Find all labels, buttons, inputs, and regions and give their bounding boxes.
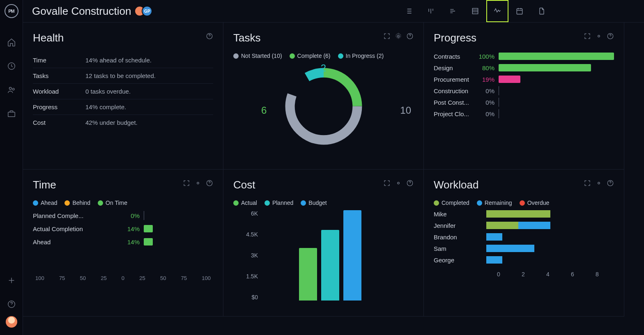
- legend-item: Remaining: [477, 200, 512, 206]
- workload-row: Brandon: [434, 233, 614, 241]
- time-row: Ahead14%: [33, 238, 213, 246]
- view-gantt-icon[interactable]: [442, 0, 464, 22]
- donut-label-inprogress: 2: [321, 62, 326, 74]
- view-dashboard-icon[interactable]: [486, 0, 508, 22]
- legend-item: On Time: [98, 200, 127, 206]
- clock-icon[interactable]: [7, 62, 16, 71]
- donut-label-notstarted: 10: [400, 105, 411, 116]
- legend-item: Actual: [233, 200, 257, 206]
- cost-chart: 6K4.5K3K1.5K$0: [233, 210, 414, 309]
- health-value: 14% complete.: [85, 103, 126, 110]
- view-tabs: [398, 0, 553, 22]
- health-value: 14% ahead of schedule.: [85, 57, 152, 64]
- health-row: Time14% ahead of schedule.: [33, 53, 213, 68]
- view-sheet-icon[interactable]: [464, 0, 486, 22]
- tasks-card: Tasks Not Started (10)Complete (6)In Pro…: [223, 23, 424, 170]
- avatar-stack[interactable]: GP: [138, 6, 152, 16]
- svg-point-15: [197, 182, 199, 184]
- health-title: Health: [33, 32, 213, 44]
- legend-item: Overdue: [520, 200, 550, 206]
- progress-row: Contracts100%: [434, 53, 614, 60]
- workload-row: Mike: [434, 210, 614, 218]
- svg-rect-5: [472, 8, 478, 14]
- help-icon[interactable]: [607, 179, 614, 187]
- help-icon[interactable]: [206, 179, 213, 187]
- view-calendar-icon[interactable]: [508, 0, 531, 22]
- sidebar: PM: [0, 0, 23, 335]
- svg-point-8: [398, 35, 400, 37]
- legend-item: Not Started (10): [233, 53, 282, 59]
- health-row: Cost42% under budget.: [33, 115, 213, 130]
- cost-bar: [343, 210, 361, 301]
- briefcase-icon[interactable]: [7, 109, 16, 118]
- workload-row: George: [434, 256, 614, 264]
- cost-bar: [321, 230, 339, 301]
- progress-row: Procurement19%: [434, 76, 614, 83]
- home-icon[interactable]: [7, 38, 16, 47]
- user-avatar[interactable]: [6, 316, 17, 328]
- gear-icon[interactable]: [395, 179, 402, 187]
- tasks-donut: 2 10 6: [233, 63, 414, 149]
- team-icon[interactable]: [7, 85, 16, 94]
- health-value: 12 tasks to be completed.: [85, 72, 156, 79]
- gear-icon[interactable]: [595, 32, 603, 40]
- expand-icon[interactable]: [584, 179, 591, 187]
- help-icon[interactable]: [406, 32, 414, 40]
- time-row: Planned Comple...0%: [33, 212, 213, 219]
- health-label: Workload: [33, 88, 85, 95]
- help-icon[interactable]: [7, 300, 16, 309]
- legend-item: Completed: [434, 200, 469, 206]
- view-file-icon[interactable]: [531, 0, 553, 22]
- cost-bar: [299, 248, 317, 301]
- progress-row: Post Const...0%: [434, 99, 614, 106]
- project-title: Govalle Construction: [32, 5, 131, 18]
- cost-card: Cost ActualPlannedBudget 6K4.5K3K1.5K$0: [223, 170, 424, 317]
- svg-rect-3: [8, 112, 15, 117]
- expand-icon[interactable]: [383, 179, 391, 187]
- health-row: Workload0 tasks overdue.: [33, 84, 213, 99]
- svg-point-13: [598, 35, 600, 37]
- workload-row: Jennifer: [434, 222, 614, 229]
- svg-point-19: [598, 182, 600, 184]
- health-label: Progress: [33, 103, 85, 110]
- expand-icon[interactable]: [584, 32, 591, 40]
- progress-row: Construction0%: [434, 87, 614, 94]
- gear-icon[interactable]: [194, 179, 202, 187]
- svg-rect-6: [517, 9, 522, 14]
- plus-icon[interactable]: [7, 276, 16, 285]
- legend-item: Planned: [264, 200, 293, 206]
- legend-item: Ahead: [33, 200, 57, 206]
- health-value: 0 tasks overdue.: [85, 88, 131, 95]
- time-card: Time AheadBehindOn Time Planned Comple..…: [23, 170, 223, 317]
- workload-card: Workload CompletedRemainingOverdue MikeJ…: [424, 170, 624, 317]
- legend-item: Behind: [64, 200, 90, 206]
- progress-row: Project Clo...0%: [434, 110, 614, 117]
- legend-item: Complete (6): [290, 53, 331, 59]
- svg-point-1: [9, 87, 12, 90]
- gear-icon[interactable]: [595, 179, 603, 187]
- progress-row: Design80%: [434, 64, 614, 71]
- time-row: Actual Completion14%: [33, 225, 213, 232]
- gear-icon[interactable]: [395, 32, 402, 40]
- health-card: Health Time14% ahead of schedule.Tasks12…: [23, 23, 223, 170]
- legend-item: In Progress (2): [338, 53, 384, 59]
- health-row: Tasks12 tasks to be completed.: [33, 68, 213, 84]
- workload-row: Sam: [434, 245, 614, 252]
- help-icon[interactable]: [406, 179, 414, 187]
- legend-item: Budget: [301, 200, 327, 206]
- view-board-icon[interactable]: [420, 0, 442, 22]
- health-label: Cost: [33, 119, 85, 126]
- donut-label-complete: 6: [261, 105, 267, 116]
- svg-point-2: [12, 88, 14, 90]
- expand-icon[interactable]: [183, 179, 190, 187]
- view-list-icon[interactable]: [398, 0, 420, 22]
- help-icon[interactable]: [607, 32, 614, 40]
- health-label: Tasks: [33, 72, 85, 79]
- help-icon[interactable]: [206, 32, 213, 40]
- svg-point-17: [398, 182, 400, 184]
- pm-logo[interactable]: PM: [5, 4, 18, 18]
- health-value: 42% under budget.: [85, 119, 138, 126]
- progress-card: Progress Contracts100%Design80%Procureme…: [424, 23, 624, 170]
- expand-icon[interactable]: [383, 32, 391, 40]
- topbar: Govalle Construction GP: [23, 0, 644, 23]
